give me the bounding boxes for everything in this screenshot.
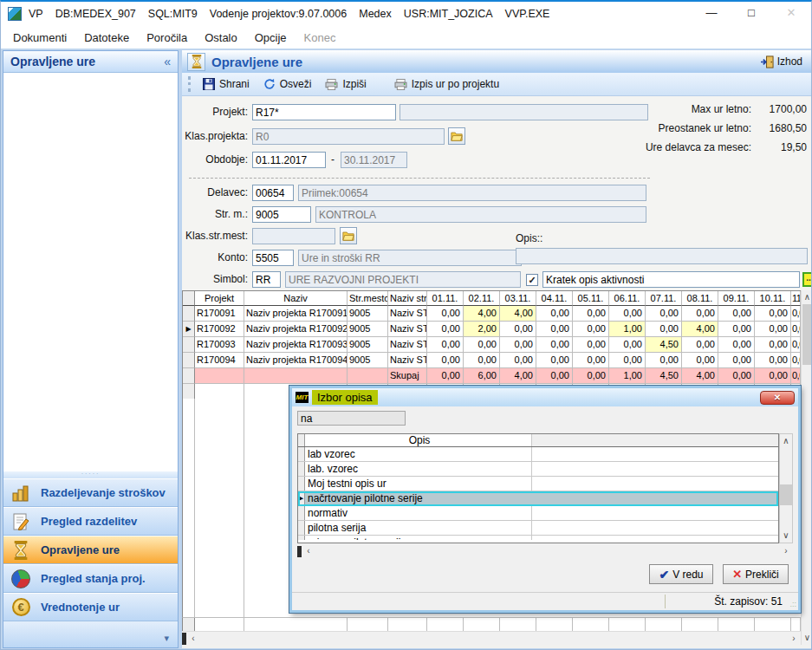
cell-hours[interactable]: 4,00	[464, 306, 500, 322]
konto-code-input[interactable]	[252, 250, 294, 266]
cell-str-mesto[interactable]: 9005	[348, 322, 388, 337]
cell-hours[interactable]: 0,00	[718, 322, 755, 337]
date-column-header[interactable]: 11.1	[791, 291, 801, 306]
sidebar-item-opravljene-ure[interactable]: Opravljene ure	[3, 536, 178, 564]
cell-hours[interactable]: 0,00	[427, 322, 464, 337]
simbol-checkbox[interactable]: ✓	[526, 274, 538, 286]
cell-hours[interactable]: 4,00	[682, 322, 718, 337]
exit-button[interactable]: Izhod	[761, 55, 806, 68]
cell-str-mesto[interactable]: 9005	[348, 337, 388, 353]
cell-hours[interactable]: 0,00	[646, 353, 682, 368]
cell-hours[interactable]: 0,00	[427, 353, 464, 368]
cell-projekt[interactable]: R170091	[195, 306, 244, 322]
sidebar-item-pregled-stanja-proj[interactable]: Pregled stanja proj.	[3, 564, 178, 593]
cell-naziv-str[interactable]: Naziv ST	[388, 322, 427, 337]
cell-hours[interactable]: 0,00	[791, 337, 801, 353]
menu-opcije[interactable]: Opcije	[246, 31, 296, 44]
date-column-header[interactable]: 06.11.	[609, 291, 646, 306]
cell-hours[interactable]: 4,00	[500, 306, 536, 322]
cell-hours[interactable]: 0,00	[573, 337, 609, 353]
date-column-header[interactable]: 10.11.	[755, 291, 791, 306]
obdobje-from-input[interactable]	[252, 152, 326, 168]
description-search-input[interactable]	[297, 411, 406, 426]
simbol-code-input[interactable]	[252, 271, 281, 288]
opis-more-button[interactable]: ...	[802, 272, 812, 287]
cell-hours[interactable]: 0,00	[718, 353, 755, 368]
cell-hours[interactable]: 0,00	[682, 337, 718, 353]
cell-hours[interactable]: 0,00	[536, 322, 573, 337]
save-button[interactable]: Shrani	[196, 75, 257, 93]
row-selector[interactable]	[183, 306, 195, 322]
maximize-button[interactable]: □	[731, 2, 771, 26]
column-header[interactable]: Naziv	[244, 291, 348, 306]
cell-naziv-str[interactable]: Naziv ST	[388, 337, 427, 353]
cell-hours[interactable]: 1,00	[609, 322, 646, 337]
cell-hours[interactable]: 0,00	[427, 306, 464, 322]
description-option[interactable]: lab vzorec	[298, 447, 778, 462]
column-header[interactable]: Naziv str.	[388, 291, 427, 306]
cell-hours[interactable]: 0,00	[427, 337, 464, 353]
cell-hours[interactable]: 0,00	[536, 353, 573, 368]
delavec-code-input[interactable]	[252, 185, 294, 201]
cell-naziv-str[interactable]: Naziv ST	[388, 306, 427, 322]
menu-porocila[interactable]: Poročila	[138, 31, 196, 44]
horizontal-scrollbar[interactable]: ‹ ›	[182, 631, 801, 645]
cell-hours[interactable]: 0,00	[755, 322, 791, 337]
sidebar-item-pregled-razdelitev[interactable]: Pregled razdelitev	[3, 507, 178, 536]
cell-hours[interactable]: 0,00	[791, 353, 801, 368]
menu-ostalo[interactable]: Ostalo	[196, 31, 246, 44]
date-column-header[interactable]: 05.11.	[573, 291, 609, 306]
vertical-scrollbar[interactable]: ∧ ∨	[801, 290, 812, 645]
scroll-up-icon[interactable]: ∧	[801, 290, 812, 304]
cell-hours[interactable]: 0,00	[609, 353, 646, 368]
menu-dokumenti[interactable]: Dokumenti	[4, 31, 75, 44]
toolbar-grip[interactable]	[188, 76, 192, 92]
scrollbar-thumb[interactable]	[802, 304, 812, 365]
description-option[interactable]: pilotna serija	[298, 521, 778, 536]
cell-naziv[interactable]: Naziv projekta R170091	[244, 306, 348, 322]
date-column-header[interactable]: 03.11.	[500, 291, 536, 306]
description-option[interactable]: Moj testni opis ur	[298, 477, 778, 491]
scroll-down-icon[interactable]: ∨	[779, 529, 793, 543]
dialog-close-button[interactable]: ✕	[760, 391, 795, 405]
cell-hours[interactable]: 0,00	[682, 306, 718, 322]
cell-hours[interactable]: 0,00	[536, 306, 573, 322]
cell-hours[interactable]: 0,00	[609, 337, 646, 353]
cell-hours[interactable]: 2,00	[464, 322, 500, 337]
dialog-title-bar[interactable]: MIT Izbor opisa ✕	[292, 388, 798, 406]
scrollbar-thumb[interactable]	[780, 484, 792, 505]
cell-hours[interactable]: 0,00	[682, 353, 718, 368]
sidebar-item-vrednotenje-ur[interactable]: € Vrednotenje ur	[3, 593, 178, 621]
date-column-header[interactable]: 08.11.	[682, 291, 718, 306]
collapse-icon[interactable]: «	[164, 55, 171, 68]
cell-hours[interactable]: 0,00	[718, 306, 755, 322]
menu-datoteke[interactable]: Datoteke	[75, 31, 138, 44]
description-option[interactable]: normativ	[298, 506, 778, 521]
row-selector[interactable]	[183, 337, 195, 353]
cell-hours[interactable]: 0,00	[755, 337, 791, 353]
cell-projekt[interactable]: R170092	[195, 322, 244, 337]
cell-hours[interactable]: 0,00	[755, 353, 791, 368]
row-selector[interactable]	[183, 353, 195, 368]
minimize-button[interactable]: —	[692, 2, 731, 26]
description-option-partial[interactable]: priprava pilotne serije	[298, 536, 778, 540]
date-column-header[interactable]: 02.11.	[464, 291, 500, 306]
cell-naziv[interactable]: Naziv projekta R170094	[244, 353, 348, 368]
cancel-button[interactable]: ✕ Prekliči	[723, 564, 789, 584]
close-button[interactable]: ✕	[771, 2, 811, 26]
cell-hours[interactable]: 4,50	[646, 337, 682, 353]
opis-column-header[interactable]: Opis	[305, 434, 532, 446]
cell-hours[interactable]: 0,00	[500, 337, 536, 353]
cell-hours[interactable]: 0,00	[500, 322, 536, 337]
cell-hours[interactable]: 0,00	[646, 306, 682, 322]
ok-button[interactable]: ✔ V redu	[649, 564, 713, 584]
date-column-header[interactable]: 01.11.	[427, 291, 464, 306]
column-header[interactable]: Projekt	[195, 291, 244, 306]
cell-hours[interactable]: 0,00	[536, 337, 573, 353]
cell-naziv[interactable]: Naziv projekta R170093	[244, 337, 348, 353]
cell-str-mesto[interactable]: 9005	[348, 353, 388, 368]
cell-projekt[interactable]: R170093	[195, 337, 244, 353]
resize-grip-icon[interactable]: .::	[789, 600, 796, 608]
description-option[interactable]: lab. vzorec	[298, 462, 778, 477]
cell-str-mesto[interactable]: 9005	[348, 306, 388, 322]
